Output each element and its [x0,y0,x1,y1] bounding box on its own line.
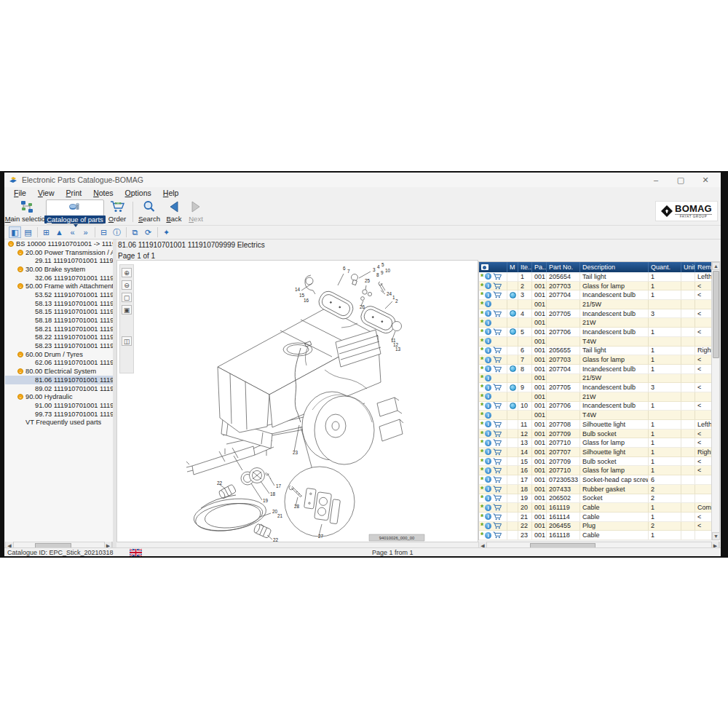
table-row[interactable]: * i 14 001 207707 Silhouette light 1 Rig… [479,448,719,457]
table-row[interactable]: * i 3 001 207704 Incandescent bulb 1 < [479,290,719,300]
tree-item[interactable]: - 89.02 111910701001 111910709999 Re [5,384,113,393]
tree-item[interactable]: - 99.73 111910701001 111910709999 Va [5,410,113,419]
add-part-icon[interactable]: * [480,384,483,390]
actual-size-icon[interactable]: ▣ [122,305,132,314]
info-icon[interactable]: i [485,310,491,317]
add-part-icon[interactable]: * [480,301,483,307]
main-selection-button[interactable]: Main selection [9,199,45,224]
info-icon[interactable]: i [485,467,491,474]
back-button[interactable]: Back [164,199,184,224]
add-part-icon[interactable]: * [480,467,483,473]
cart-icon[interactable] [493,356,502,363]
cart-icon[interactable] [493,522,502,529]
fit-page-icon[interactable]: ▢ [122,293,132,302]
tree-item[interactable]: - 30.00 Brake system [5,265,113,274]
cart-icon[interactable] [493,476,502,483]
add-part-icon[interactable]: * [480,523,483,529]
table-row[interactable]: * i 18 001 207433 Rubber gasket 2 [479,485,719,494]
info-icon[interactable]: i [485,513,491,520]
add-part-icon[interactable]: * [480,505,483,510]
add-part-icon[interactable]: * [480,449,483,455]
cart-icon[interactable] [493,402,502,409]
table-row[interactable]: * i 001 21W [479,392,719,402]
exploded-view-drawing[interactable]: 94010026_000_00 671415163458910252426121… [117,261,478,542]
info-icon[interactable]: i [485,375,491,381]
info-icon[interactable]: i [485,440,491,446]
tree-item[interactable]: - 90.00 Hydraulic [5,392,113,401]
table-vertical-scrollbar[interactable]: ▲ ▼ [711,262,719,540]
next-button[interactable]: Next [186,199,206,224]
table-row[interactable]: * i 23 001 161118 Cable 1 [479,531,719,540]
tree-collapse-icon[interactable]: - [8,241,14,247]
info-icon[interactable]: i [485,476,491,483]
cart-icon[interactable] [493,494,502,502]
tree-collapse-icon[interactable]: - [17,266,23,272]
tree-item[interactable]: - 91.00 111910701001 111910709999 Hy [5,401,113,410]
info-icon[interactable]: i [485,301,491,307]
table-row[interactable]: * i 5 001 207706 Incandescent bulb 1 < [479,328,719,337]
cart-icon[interactable] [493,328,502,336]
cart-icon[interactable] [493,347,502,354]
close-button[interactable]: ✕ [693,173,718,187]
add-part-icon[interactable]: * [480,422,483,427]
menu-print[interactable]: Print [61,188,87,198]
cart-icon[interactable] [493,282,502,290]
menu-notes[interactable]: Notes [88,188,118,198]
tree-item[interactable]: - VT Frequently used parts [5,418,113,427]
table-row[interactable]: * i 15 001 207709 Bulb socket 1 < [479,457,719,467]
tree-item[interactable]: - 32.06 111910701001 111910709999 Br. [5,274,113,282]
export-window-icon[interactable]: ⧉ [129,226,141,238]
tree-item[interactable]: - 62.06 111910701001 111910709999 Tyr [5,359,113,368]
add-part-icon[interactable]: * [480,459,483,464]
info-icon[interactable]: i [485,393,491,400]
catalogue-of-parts-button[interactable]: Catalogue of parts [46,199,104,224]
cart-icon[interactable] [493,439,502,446]
info-icon[interactable]: i [485,430,491,437]
table-row[interactable]: * i 001 T4W [479,337,719,347]
table-row[interactable]: * i 13 001 207710 Glass for lamp 1 < [479,438,719,448]
table-row[interactable]: * i 16 001 207710 Glass for lamp 1 < [479,466,719,475]
add-part-icon[interactable]: * [480,357,483,363]
tree-item[interactable]: - 81.06 111910701001 111910709999 Ele [5,376,113,384]
last-page-icon[interactable]: » [79,226,92,238]
menu-view[interactable]: View [33,188,60,198]
table-row[interactable]: * i 4 001 207705 Incandescent bulb 3 < [479,309,719,319]
table-row[interactable]: * i 6 001 205655 Tail light 1 Righthand [479,347,719,356]
info-icon[interactable]: i [485,338,491,344]
add-part-icon[interactable]: * [480,292,483,298]
tree-item[interactable]: - 58.23 111910701001 111910709999 Ta [5,341,113,350]
add-part-icon[interactable]: * [480,311,483,317]
table-row[interactable]: * i 8 001 207704 Incandescent bulb 1 < [479,365,719,374]
info-icon[interactable]: ⓘ [111,226,123,238]
menu-help[interactable]: Help [158,188,184,198]
info-icon[interactable]: i [485,384,491,391]
info-icon[interactable]: i [485,347,491,354]
tree-collapse-icon[interactable]: - [17,394,23,400]
zoom-in-icon[interactable]: ⊕ [122,268,132,277]
table-row[interactable]: * i 10 001 207706 Incandescent bulb 1 < [479,402,719,411]
order-button[interactable]: Order [106,199,129,224]
add-part-icon[interactable]: * [480,366,483,372]
add-part-icon[interactable]: * [480,283,483,289]
toggle-panel-icon[interactable]: ◫ [122,336,132,346]
add-part-icon[interactable]: * [480,394,483,400]
add-part-icon[interactable]: * [480,375,483,381]
info-icon[interactable]: i [485,357,491,363]
table-row[interactable]: * i 001 T4W [479,411,719,420]
layout-left-view-icon[interactable]: ◧ [9,226,21,238]
search-button[interactable]: Search [136,199,162,224]
print-icon[interactable]: ⊟ [98,226,110,238]
tree-item[interactable]: - 58.21 111910701001 111910709999 Sh [5,325,113,333]
tree-collapse-icon[interactable]: - [17,283,23,289]
tree-item[interactable]: - 58.22 111910701001 111910709999 Au [5,333,113,342]
cart-icon[interactable] [493,310,502,317]
menu-options[interactable]: Options [120,188,157,198]
tree-collapse-icon[interactable]: - [17,250,23,256]
add-part-icon[interactable]: * [480,495,483,501]
cart-icon[interactable] [493,458,502,465]
first-page-icon[interactable]: « [66,226,79,238]
info-icon[interactable]: i [485,448,491,455]
add-part-icon[interactable]: * [480,339,483,344]
cart-icon[interactable] [493,384,502,391]
scroll-down-arrow[interactable]: ▼ [712,532,720,540]
